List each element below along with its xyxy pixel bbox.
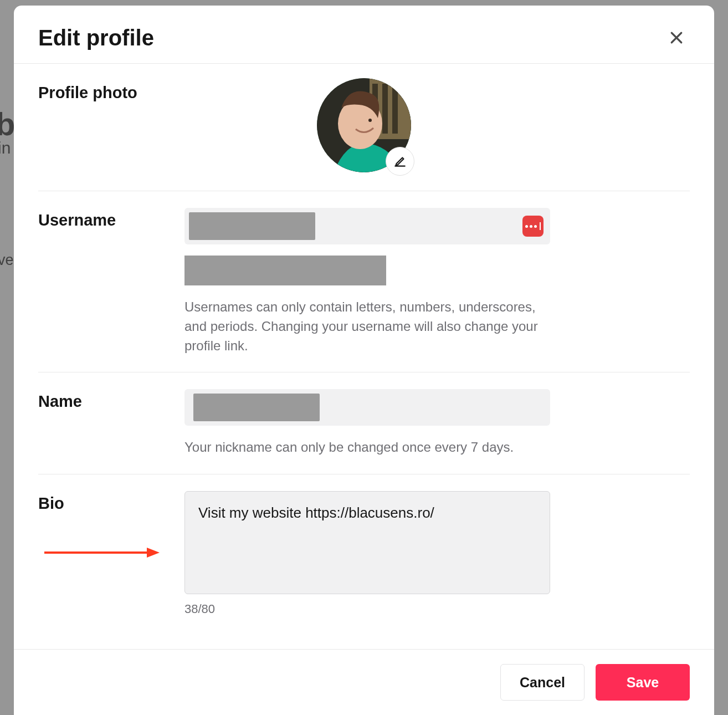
modal-body: Profile photo bbox=[14, 64, 714, 649]
bio-counter: 38/80 bbox=[184, 602, 550, 616]
svg-rect-4 bbox=[382, 84, 388, 134]
svg-rect-5 bbox=[392, 84, 398, 134]
modal-header: Edit profile bbox=[14, 6, 714, 64]
username-label: Username bbox=[38, 208, 171, 355]
username-input[interactable] bbox=[184, 208, 550, 244]
username-row: Username Usernames can only contain lett… bbox=[38, 191, 690, 372]
profile-link-redaction bbox=[184, 256, 386, 285]
username-hint: Usernames can only contain letters, numb… bbox=[184, 298, 550, 355]
profile-photo-row: Profile photo bbox=[38, 64, 690, 191]
name-hint: Your nickname can only be changed once e… bbox=[184, 438, 550, 457]
edit-avatar-button[interactable] bbox=[386, 147, 414, 176]
avatar-container bbox=[317, 78, 411, 172]
bio-input[interactable]: Visit my website https://blacusens.ro/ bbox=[184, 491, 550, 594]
name-row: Name Your nickname can only be changed o… bbox=[38, 372, 690, 474]
bio-row: Bio Visit my website https://blacusens.r… bbox=[38, 474, 690, 622]
close-icon bbox=[668, 29, 685, 46]
name-input[interactable] bbox=[184, 389, 550, 426]
save-button[interactable]: Save bbox=[596, 664, 690, 701]
bio-text: Visit my website https://blacusens.ro/ bbox=[198, 504, 434, 521]
edit-profile-modal: Edit profile Profile photo bbox=[14, 6, 714, 715]
profile-photo-label: Profile photo bbox=[38, 80, 171, 174]
name-redaction bbox=[193, 394, 320, 421]
cancel-button[interactable]: Cancel bbox=[500, 664, 585, 701]
pencil-icon bbox=[393, 154, 407, 168]
modal-footer: Cancel Save bbox=[14, 649, 714, 715]
svg-point-7 bbox=[368, 119, 372, 122]
name-label: Name bbox=[38, 389, 171, 457]
username-redaction bbox=[189, 212, 315, 240]
close-button[interactable] bbox=[663, 24, 690, 51]
bio-label: Bio bbox=[38, 491, 171, 616]
password-manager-icon[interactable] bbox=[522, 216, 544, 237]
modal-title: Edit profile bbox=[38, 25, 154, 50]
